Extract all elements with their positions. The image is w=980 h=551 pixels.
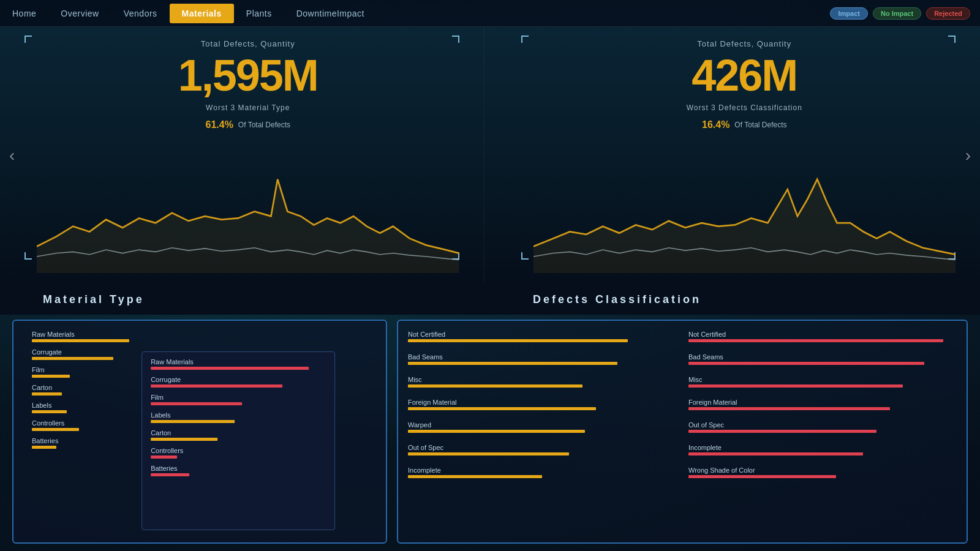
- section-labels: Material Type Defects Classification: [0, 284, 980, 315]
- bar-fill: [32, 410, 67, 413]
- bar-label: Misc: [408, 376, 676, 383]
- bar-fill: [408, 384, 582, 388]
- bar-row: Raw Materials: [151, 358, 326, 370]
- defects-right-col: Not CertifiedBad SeamsMiscForeign Materi…: [688, 331, 957, 533]
- filter-pill-rejected[interactable]: Rejected: [926, 7, 970, 20]
- bar-container: [151, 367, 326, 370]
- nav-item-downtime[interactable]: DowntimeImpact: [284, 4, 377, 23]
- bar-row: Bad Seams: [688, 353, 957, 365]
- bar-row: Misc: [408, 376, 676, 388]
- bar-label: Raw Materials: [151, 358, 326, 365]
- bar-container: [32, 339, 167, 342]
- bar-container: [688, 452, 957, 455]
- bar-container: [151, 384, 326, 388]
- bar-fill: [151, 420, 235, 423]
- bar-container: [408, 362, 676, 365]
- bar-container: [151, 402, 326, 405]
- bar-fill: [688, 430, 876, 433]
- bar-container: [408, 475, 676, 478]
- material-inner-panel: Raw MaterialsCorrugateFilmLabelsCartonCo…: [141, 351, 335, 530]
- bar-label: Incomplete: [408, 467, 676, 474]
- bar-label: Out of Spec: [688, 421, 957, 429]
- bar-fill: [32, 375, 70, 378]
- tables-area: Raw MaterialsCorrugateFilmLabelsCartonCo…: [0, 315, 980, 551]
- bar-row: Wrong Shade of Color: [688, 467, 957, 478]
- bar-label: Batteries: [151, 465, 326, 472]
- bar-label: Out of Spec: [408, 444, 676, 451]
- bar-label: Foreign Material: [408, 399, 676, 406]
- bar-container: [408, 384, 676, 388]
- bar-fill: [32, 428, 79, 431]
- bar-fill: [151, 455, 177, 459]
- bar-fill: [688, 362, 924, 365]
- bar-row: Bad Seams: [408, 353, 676, 365]
- bar-container: [151, 420, 326, 423]
- nav-item-materials[interactable]: Materials: [170, 4, 234, 23]
- main-content: ‹ Total Defects, Quantity 1,595M Worst 3…: [0, 27, 980, 551]
- bar-fill: [408, 362, 617, 365]
- bar-fill: [151, 473, 189, 476]
- right-pct: 16.4%: [702, 119, 729, 130]
- bar-fill: [408, 475, 542, 478]
- bar-label: Incomplete: [688, 444, 957, 451]
- bar-row: Carton: [151, 429, 326, 441]
- bar-label: Foreign Material: [688, 399, 957, 406]
- bar-label: Wrong Shade of Color: [688, 467, 957, 474]
- bar-row: Batteries: [151, 465, 326, 476]
- bar-container: [151, 438, 326, 441]
- bar-fill: [32, 357, 113, 360]
- filter-pill-impact[interactable]: Impact: [830, 7, 867, 20]
- left-subtitle2: Of Total Defects: [238, 121, 290, 129]
- right-chart-panel: Total Defects, Quantity 426M Worst 3 Def…: [484, 27, 981, 284]
- prev-arrow[interactable]: ‹: [3, 140, 21, 171]
- left-chart-panel: Total Defects, Quantity 1,595M Worst 3 M…: [0, 27, 484, 284]
- filter-pill-no-impact[interactable]: No Impact: [873, 7, 921, 20]
- bar-fill: [408, 407, 596, 410]
- defects-left-col: Not CertifiedBad SeamsMiscForeign Materi…: [408, 331, 676, 533]
- left-chart-svg: [37, 139, 459, 273]
- defects-classification-label: Defects Classification: [490, 284, 980, 315]
- right-subtitle: Worst 3 Defects Classification: [533, 103, 956, 112]
- bar-fill: [688, 452, 863, 455]
- bar-fill: [151, 384, 282, 388]
- bar-fill: [688, 339, 943, 342]
- bar-row: Controllers: [151, 447, 326, 459]
- defects-panel: Not CertifiedBad SeamsMiscForeign Materi…: [397, 320, 968, 544]
- bar-label: Film: [151, 394, 326, 401]
- bar-label: Controllers: [151, 447, 326, 454]
- top-bar: HomeOverviewVendorsMaterialsPlantsDownti…: [0, 0, 980, 27]
- next-arrow[interactable]: ›: [959, 140, 977, 171]
- left-subtitle: Worst 3 Material Type: [37, 103, 459, 112]
- bar-container: [688, 407, 957, 410]
- bar-fill: [151, 402, 242, 405]
- svg-marker-0: [37, 179, 459, 274]
- bar-fill: [32, 446, 56, 449]
- bar-row: Raw Materials: [32, 331, 167, 342]
- material-type-panel: Raw MaterialsCorrugateFilmLabelsCartonCo…: [12, 320, 387, 544]
- charts-area: ‹ Total Defects, Quantity 1,595M Worst 3…: [0, 27, 980, 284]
- bar-container: [408, 407, 676, 410]
- nav-item-vendors[interactable]: Vendors: [111, 4, 170, 23]
- right-big-number: 426M: [533, 53, 956, 97]
- filter-pills: ImpactNo ImpactRejected: [830, 7, 970, 20]
- bar-label: Labels: [151, 411, 326, 419]
- bar-container: [408, 452, 676, 455]
- bar-label: Carton: [151, 429, 326, 437]
- bar-row: Not Certified: [688, 331, 957, 342]
- nav-item-plants[interactable]: Plants: [234, 4, 284, 23]
- right-chart-title: Total Defects, Quantity: [533, 39, 956, 48]
- bar-container: [688, 339, 957, 342]
- bar-fill: [151, 367, 309, 370]
- bar-label: Warped: [408, 421, 676, 429]
- left-pct-row: 61.4% Of Total Defects: [37, 119, 459, 130]
- bar-row: Foreign Material: [408, 399, 676, 410]
- bar-row: Out of Spec: [408, 444, 676, 455]
- bar-container: [408, 430, 676, 433]
- nav-item-overview[interactable]: Overview: [48, 4, 111, 23]
- bar-label: Bad Seams: [688, 353, 957, 361]
- right-subtitle-label: Worst 3 Defects Classification: [687, 103, 802, 112]
- nav-item-home[interactable]: Home: [0, 4, 48, 23]
- bar-fill: [408, 430, 585, 433]
- bar-fill: [688, 384, 903, 388]
- bar-row: Film: [151, 394, 326, 405]
